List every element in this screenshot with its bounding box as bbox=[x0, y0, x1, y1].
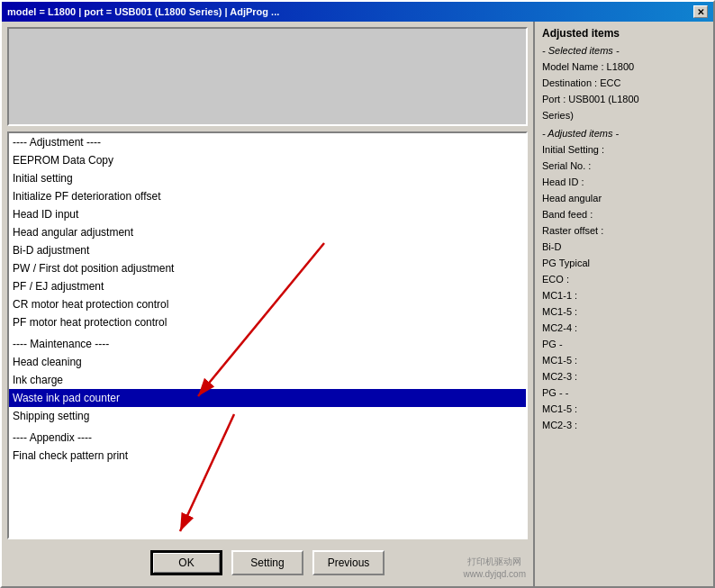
list-item[interactable]: EEPROM Data Copy bbox=[9, 151, 526, 169]
list-section-header: ---- Maintenance ---- bbox=[9, 335, 526, 353]
previous-button[interactable]: Previous bbox=[312, 550, 385, 575]
selected-info-line: Model Name : L1800 bbox=[542, 59, 706, 74]
ok-button[interactable]: OK bbox=[150, 550, 222, 575]
adjusted-info-line: MC2-4 : bbox=[542, 321, 706, 335]
list-item[interactable]: Shipping setting bbox=[9, 407, 526, 425]
list-item[interactable]: Head cleaning bbox=[9, 353, 526, 371]
list-item[interactable]: CR motor heat protection control bbox=[9, 295, 526, 313]
adjusted-info-line: MC2-3 : bbox=[542, 418, 706, 432]
main-window: model = L1800 | port = USB001 (L1800 Ser… bbox=[0, 0, 715, 588]
adjusted-info-line: ECO : bbox=[542, 272, 706, 286]
title-bar-text: model = L1800 | port = USB001 (L1800 Ser… bbox=[7, 6, 279, 17]
adjusted-info-line: MC1-5 : bbox=[542, 304, 706, 319]
adjusted-info-line: MC1-5 : bbox=[542, 353, 706, 367]
button-row: OK Setting Previous bbox=[7, 545, 528, 581]
list-item[interactable]: PF / EJ adjustment bbox=[9, 277, 526, 295]
setting-button[interactable]: Setting bbox=[231, 550, 303, 575]
adjusted-info-line: Initial Setting : bbox=[542, 142, 706, 157]
list-item[interactable]: Ink charge bbox=[9, 371, 526, 389]
list-container: ---- Adjustment ----EEPROM Data CopyInit… bbox=[7, 131, 528, 539]
list-section-header: ---- Adjustment ---- bbox=[9, 133, 526, 151]
list-item[interactable]: Head ID input bbox=[9, 205, 526, 223]
list-item[interactable]: Head angular adjustment bbox=[9, 223, 526, 241]
list-item[interactable]: PF motor heat protection control bbox=[9, 313, 526, 331]
adjusted-info-line: Head ID : bbox=[542, 175, 706, 189]
content-area: ---- Adjustment ----EEPROM Data CopyInit… bbox=[2, 22, 713, 586]
adjusted-info-line: PG - bbox=[542, 337, 706, 351]
list-item[interactable]: Initialize PF deterioration offset bbox=[9, 187, 526, 205]
close-button[interactable]: ✕ bbox=[693, 5, 708, 18]
preview-box bbox=[7, 27, 528, 126]
list-scroll[interactable]: ---- Adjustment ----EEPROM Data CopyInit… bbox=[9, 133, 526, 538]
adjusted-info-line: Serial No. : bbox=[542, 158, 706, 173]
adjusted-info-line: Bi-D bbox=[542, 240, 706, 254]
selected-items-title: - Selected items - bbox=[542, 45, 706, 56]
list-item[interactable]: Final check pattern print bbox=[9, 447, 526, 465]
selected-info-line: Series) bbox=[542, 108, 706, 122]
adjusted-info-line: MC1-5 : bbox=[542, 402, 706, 416]
selected-info-line: Destination : ECC bbox=[542, 76, 706, 90]
adjusted-info-line: PG - - bbox=[542, 385, 706, 400]
list-item[interactable]: Waste ink pad counter bbox=[9, 389, 526, 407]
right-panel: Adjusted items - Selected items -Model N… bbox=[533, 22, 713, 586]
list-section-header: ---- Appendix ---- bbox=[9, 429, 526, 447]
adjusted-info-line: Head angular bbox=[542, 191, 706, 205]
adjusted-info-line: PG Typical bbox=[542, 256, 706, 270]
adjusted-info-line: Band feed : bbox=[542, 207, 706, 222]
adjusted-items-title: - Adjusted items - bbox=[542, 128, 706, 139]
list-item[interactable]: Initial setting bbox=[9, 169, 526, 187]
adjusted-info-line: Raster offset : bbox=[542, 223, 706, 238]
selected-info-line: Port : USB001 (L1800 bbox=[542, 92, 706, 106]
title-bar: model = L1800 | port = USB001 (L1800 Ser… bbox=[2, 2, 713, 22]
list-item[interactable]: Bi-D adjustment bbox=[9, 241, 526, 259]
right-panel-title: Adjusted items bbox=[542, 27, 706, 40]
list-item[interactable]: PW / First dot position adjustment bbox=[9, 259, 526, 277]
adjusted-info-line: MC1-1 : bbox=[542, 288, 706, 303]
left-panel: ---- Adjustment ----EEPROM Data CopyInit… bbox=[2, 22, 533, 586]
adjusted-info-line: MC2-3 : bbox=[542, 369, 706, 384]
